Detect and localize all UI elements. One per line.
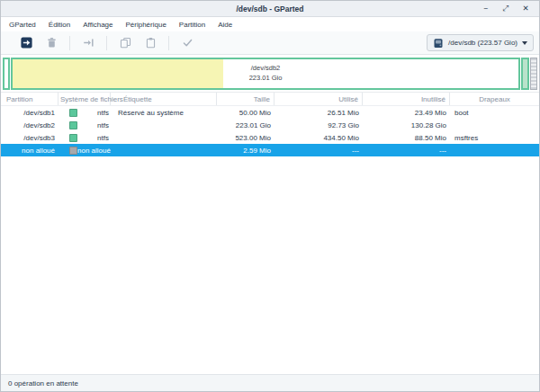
table-row-sdb3[interactable]: /dev/sdb3 ntfs 523.00 Mio 434.50 Mio 88.…	[1, 131, 539, 144]
trash-icon	[46, 37, 58, 49]
new-partition-button[interactable]	[14, 33, 39, 53]
toolbar-separator	[106, 36, 107, 50]
disk-visual-bar: /dev/sdb2 223.01 Gio	[1, 55, 539, 93]
flags-value: boot	[450, 109, 539, 117]
disk-segment-label: /dev/sdb2 223.01 Gio	[13, 64, 518, 84]
fs-color-swatch	[69, 121, 77, 129]
filesystem-cell: ntfs	[58, 121, 111, 129]
fs-name: ntfs	[97, 121, 109, 129]
delete-partition-button[interactable]	[39, 33, 64, 53]
table-row-sdb2[interactable]: /dev/sdb2 ntfs 223.01 Gio 92.73 Gio 130.…	[1, 119, 539, 131]
device-selector-dropdown[interactable]: /dev/sdb (223.57 Gio)	[427, 34, 534, 51]
size-value: 50.00 Mio	[217, 109, 274, 117]
titlebar: /dev/sdb - GParted − ⤢ ✕	[1, 1, 539, 17]
partition-name: /dev/sdb1	[1, 109, 58, 117]
resize-move-icon	[83, 37, 94, 49]
gparted-window: /dev/sdb - GParted − ⤢ ✕ GParted Édition…	[0, 0, 540, 392]
header-used[interactable]: Utilisé	[274, 93, 363, 105]
disk-segment-name: /dev/sdb2	[13, 64, 518, 74]
filesystem-cell: non alloué	[58, 147, 111, 155]
menu-aide[interactable]: Aide	[212, 19, 238, 31]
partition-name: non alloué	[1, 147, 58, 155]
menu-affichage[interactable]: Affichage	[76, 19, 119, 31]
close-icon[interactable]: ✕	[521, 4, 530, 13]
menu-edition[interactable]: Édition	[42, 19, 76, 31]
fs-color-swatch	[69, 134, 77, 142]
new-partition-icon	[21, 37, 32, 49]
header-filesystem[interactable]: Système de fichiers	[58, 93, 111, 105]
partition-label: Réservé au système	[111, 109, 217, 117]
toolbar-separator	[168, 36, 169, 50]
chevron-down-icon	[522, 41, 527, 45]
unused-value: ---	[363, 147, 450, 155]
menu-peripherique[interactable]: Périphérique	[119, 19, 172, 31]
header-size[interactable]: Taille	[217, 93, 274, 105]
disk-segment-sdb3[interactable]	[521, 58, 529, 90]
unused-value: 88.50 Mio	[363, 134, 450, 142]
paste-button[interactable]	[138, 33, 163, 53]
device-selector-label: /dev/sdb (223.57 Gio)	[448, 39, 518, 47]
used-value: ---	[274, 147, 363, 155]
size-value: 223.01 Gio	[217, 121, 274, 129]
header-partition[interactable]: Partition	[1, 93, 58, 105]
header-unused[interactable]: Inutilisé	[363, 93, 450, 105]
fs-color-swatch	[69, 147, 77, 155]
disk-drive-icon	[433, 38, 444, 49]
pending-operations-text: 0 opération en attente	[8, 379, 78, 388]
fs-name: non alloué	[77, 147, 111, 155]
unused-value: 130.28 Gio	[363, 121, 450, 129]
fs-name: ntfs	[97, 109, 109, 117]
size-value: 2.59 Mio	[217, 147, 274, 155]
menu-gparted[interactable]: GParted	[3, 19, 42, 31]
unused-value: 23.49 Mio	[363, 109, 450, 117]
disk-segment-sdb2[interactable]: /dev/sdb2 223.01 Gio	[11, 58, 520, 90]
apply-operations-button[interactable]	[175, 33, 200, 53]
window-controls: − ⤢ ✕	[482, 4, 539, 13]
paste-icon	[145, 37, 157, 49]
used-value: 26.51 Mio	[274, 109, 363, 117]
empty-area	[1, 156, 539, 374]
menu-partition[interactable]: Partition	[173, 19, 212, 31]
window-title: /dev/sdb - GParted	[1, 4, 539, 13]
disk-segment-unallocated[interactable]	[530, 58, 537, 90]
used-value: 92.73 Gio	[274, 121, 363, 129]
table-row-sdb1[interactable]: /dev/sdb1 ntfs Réservé au système 50.00 …	[1, 106, 539, 119]
disk-segment-size: 223.01 Gio	[13, 74, 518, 84]
filesystem-cell: ntfs	[58, 109, 111, 117]
statusbar: 0 opération en attente	[1, 374, 539, 391]
flags-value: msftres	[450, 134, 539, 142]
minimize-icon[interactable]: −	[482, 4, 490, 13]
toolbar: /dev/sdb (223.57 Gio)	[1, 31, 539, 55]
header-label[interactable]: Étiquette	[111, 93, 217, 105]
table-row-unallocated[interactable]: non alloué non alloué 2.59 Mio --- ---	[1, 144, 539, 156]
partition-table: Partition Système de fichiers Étiquette …	[1, 93, 539, 156]
fs-color-swatch	[69, 109, 77, 117]
toolbar-separator	[69, 36, 70, 50]
header-flags[interactable]: Drapeaux	[450, 93, 539, 105]
copy-button[interactable]	[112, 33, 138, 53]
partition-name: /dev/sdb2	[1, 121, 58, 129]
resize-move-button[interactable]	[76, 33, 101, 53]
filesystem-cell: ntfs	[58, 134, 111, 142]
used-value: 434.50 Mio	[274, 134, 363, 142]
size-value: 523.00 Mio	[217, 134, 274, 142]
menubar: GParted Édition Affichage Périphérique P…	[1, 17, 539, 31]
fs-name: ntfs	[97, 134, 109, 142]
partition-name: /dev/sdb3	[1, 134, 58, 142]
table-header-row: Partition Système de fichiers Étiquette …	[1, 93, 539, 106]
checkmark-icon	[182, 37, 194, 49]
disk-segment-sdb1[interactable]	[3, 58, 10, 90]
restore-icon[interactable]: ⤢	[501, 4, 510, 13]
copy-icon	[120, 37, 131, 49]
